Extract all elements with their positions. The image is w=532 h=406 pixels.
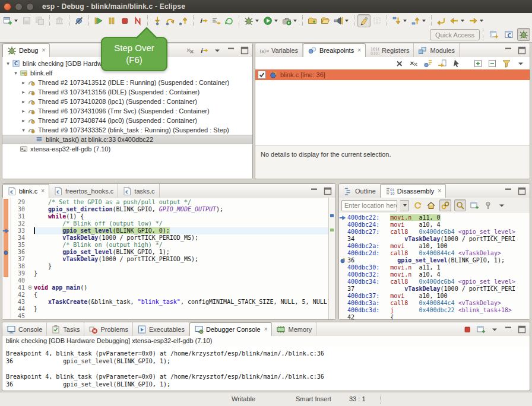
step-over-button[interactable]: [164, 14, 177, 27]
debug-tree-item[interactable]: ▸Thread #2 1073413512 (IDLE : Running) (…: [2, 78, 252, 87]
external-tools-button[interactable]: [280, 14, 299, 27]
maximize-icon[interactable]: [322, 186, 333, 196]
open-console-button[interactable]: [476, 324, 486, 335]
save-button[interactable]: [20, 14, 33, 27]
tab-debugger-console[interactable]: Debugger Console ×: [189, 322, 273, 337]
breakpoint-icon[interactable]: [2, 249, 10, 255]
close-tab-icon[interactable]: ×: [41, 188, 45, 194]
use-step-filters-button[interactable]: [210, 14, 223, 27]
dropdown-arrow-icon[interactable]: [274, 20, 278, 22]
line-number[interactable]: 42: [11, 291, 27, 299]
disassembly-margin[interactable]: [339, 213, 347, 319]
console-output[interactable]: Breakpoint 4, blink_task (pvParameter=0x…: [6, 350, 530, 391]
maximize-icon[interactable]: [517, 324, 527, 335]
disassembly-line[interactable]: 400dbc3d: j 0x400dbc22 <blink_task+18>: [347, 307, 530, 314]
code-line[interactable]: 37 vTaskDelay(1000 / portTICK_PERIOD_MS)…: [11, 256, 329, 263]
quick-access[interactable]: Quick Access: [430, 29, 480, 40]
location-input[interactable]: Enter location here: [341, 200, 397, 211]
tab-blink-c[interactable]: c blink.c ×: [2, 184, 49, 198]
terminate-console-button[interactable]: [462, 324, 473, 335]
disassembly-line[interactable]: 400dbc27: call8 0x400dc6b4 <gpio_set_lev…: [347, 229, 530, 236]
refresh-view-button[interactable]: [412, 200, 423, 211]
step-return-button[interactable]: [177, 14, 190, 27]
skip-all-breakpoints-button[interactable]: [72, 14, 86, 27]
view-menu-icon[interactable]: [515, 58, 526, 69]
tab-variables[interactable]: (x)= Variables: [255, 43, 303, 57]
maximize-icon[interactable]: [517, 186, 527, 196]
editor-overview-ruler[interactable]: [328, 198, 335, 319]
tab-memory[interactable]: Memory: [272, 322, 316, 336]
window-close-button[interactable]: [4, 3, 11, 11]
view-menu-icon[interactable]: [496, 200, 507, 211]
editor-body[interactable]: 29 /* Set the GPIO as a push/pull output…: [2, 198, 335, 319]
disassembly-line[interactable]: 400dbc3a: call8 0x400844c4 <vTaskDelay>: [347, 300, 530, 307]
build-button[interactable]: [53, 14, 66, 27]
new-wizard-button[interactable]: [1, 14, 20, 27]
disassembly-line[interactable]: 400dbc22: movi.n a11, 0: [347, 214, 530, 221]
tab-breakpoints[interactable]: Breakpoints ×: [303, 43, 366, 58]
breakpoint-icon[interactable]: [339, 257, 347, 264]
code-line[interactable]: 31 while(1) {: [11, 213, 329, 220]
open-perspective-button[interactable]: [487, 28, 501, 41]
tab-disassembly[interactable]: 0110 Disassembly ×: [381, 184, 446, 198]
new-project-button[interactable]: [306, 14, 319, 27]
cpp-perspective-button[interactable]: C: [502, 28, 515, 41]
suspend-button[interactable]: [105, 14, 118, 27]
line-number[interactable]: 30: [11, 206, 27, 213]
forward-button[interactable]: [467, 14, 486, 27]
resume-button[interactable]: [92, 14, 105, 27]
line-number[interactable]: 29: [11, 199, 27, 206]
terminate-button[interactable]: [118, 14, 131, 27]
disconnect-button[interactable]: [131, 14, 144, 27]
instruction-stepping-button[interactable]: i: [197, 14, 210, 27]
minimize-icon[interactable]: [309, 186, 319, 196]
home-button[interactable]: [426, 200, 436, 211]
tab-tasks[interactable]: Tasks: [47, 322, 84, 336]
instruction-stepping-toggle[interactable]: i: [198, 45, 209, 56]
view-menu-icon[interactable]: [212, 45, 223, 56]
line-number[interactable]: 37: [11, 256, 27, 263]
code-line[interactable]: 33 gpio_set_level(BLINK_GPIO, 0);: [11, 227, 329, 234]
next-annotation-button[interactable]: [390, 14, 409, 27]
last-edit-location-button[interactable]: [435, 14, 448, 27]
debug-tree-item[interactable]: ▸Thread #7 1073408744 (ipc0) (Suspended …: [2, 116, 252, 125]
disassembly-line[interactable]: 36 gpio_set_level(BLINK_GPIO, 1);: [347, 257, 530, 264]
disassembly-line[interactable]: 400dbc34: call8 0x400dc6b4 <gpio_set_lev…: [347, 278, 530, 286]
disassembly-line[interactable]: 34 vTaskDelay(1000 / portTICK_PERI: [347, 236, 530, 243]
step-into-button[interactable]: [151, 14, 164, 27]
minimize-icon[interactable]: [503, 186, 514, 196]
dropdown-arrow-icon[interactable]: [480, 20, 483, 22]
code-line[interactable]: 41void app_main(): [11, 284, 329, 291]
tree-expanded-arrow-icon[interactable]: ▾: [12, 70, 19, 76]
block-selection-button[interactable]: [370, 14, 384, 27]
remove-selected-breakpoints-button[interactable]: [394, 58, 405, 69]
dropdown-arrow-icon[interactable]: [293, 20, 297, 22]
disassembly-line[interactable]: 400dbc37: movi a10, 100: [347, 293, 530, 300]
tree-collapsed-arrow-icon[interactable]: ▸: [20, 80, 27, 85]
line-number[interactable]: 33: [11, 227, 27, 234]
fold-marker[interactable]: [27, 284, 34, 291]
remove-all-terminated-button[interactable]: [185, 45, 195, 56]
debug-tree-item[interactable]: ▸Thread #6 1073431096 (Tmr Svc) (Suspend…: [2, 106, 252, 116]
line-number[interactable]: 45: [11, 313, 27, 319]
debug-tree-item[interactable]: xtensa-esp32-elf-gdb (7.10): [2, 144, 252, 154]
tree-expanded-arrow-icon[interactable]: ▾: [5, 61, 11, 66]
previous-annotation-button[interactable]: [409, 14, 428, 27]
debug-tree-item[interactable]: ▾Thread #9 1073433352 (blink_task : Runn…: [2, 125, 252, 135]
dropdown-arrow-icon[interactable]: [403, 20, 407, 22]
dropdown-arrow-icon[interactable]: [461, 20, 464, 22]
line-number[interactable]: 41: [11, 284, 27, 291]
minimize-icon[interactable]: [226, 45, 236, 56]
line-number[interactable]: 44: [11, 306, 27, 313]
disassembly-line[interactable]: 400dbc30: movi.n a11, 1: [347, 264, 530, 271]
tree-collapsed-arrow-icon[interactable]: ▸: [20, 108, 27, 114]
debug-tree-item[interactable]: blink_task() at blink.c:33 0x400dbc22: [2, 135, 252, 144]
breakpoint-row[interactable]: blink.c [line: 36]: [255, 69, 530, 80]
go-to-file-for-breakpoint-button[interactable]: [437, 58, 448, 69]
open-project-button[interactable]: [319, 14, 332, 27]
code-line[interactable]: 36 gpio_set_level(BLINK_GPIO, 1);: [11, 249, 329, 256]
search-button[interactable]: [332, 14, 351, 27]
restart-button[interactable]: [223, 14, 236, 27]
close-tab-icon[interactable]: ×: [438, 188, 441, 194]
window-minimize-button[interactable]: [15, 3, 23, 11]
